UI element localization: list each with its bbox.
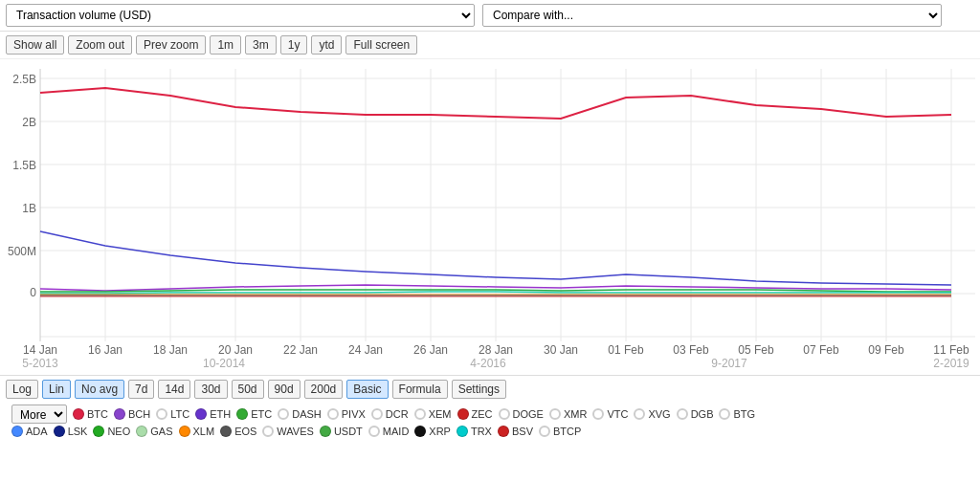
svg-text:14 Jan: 14 Jan — [23, 343, 57, 357]
btg-icon — [719, 408, 730, 420]
bch-icon — [114, 408, 125, 420]
svg-text:03 Feb: 03 Feb — [673, 343, 709, 357]
svg-text:18 Jan: 18 Jan — [153, 343, 188, 357]
7d-button[interactable]: 7d — [128, 380, 154, 399]
xrp-icon — [414, 426, 426, 437]
svg-text:10-2014: 10-2014 — [203, 357, 245, 370]
svg-text:2B: 2B — [22, 116, 36, 129]
legend-row-2: ADA LSK NEO GAS XLM EOS — [11, 426, 969, 437]
legend-doge: DOGE — [499, 408, 544, 420]
waves-icon — [262, 426, 274, 437]
svg-text:4-2016: 4-2016 — [470, 357, 506, 370]
dcr-icon — [371, 408, 383, 420]
legend-row-1: More BTC BCH LTC ETH ETC — [11, 405, 969, 424]
etc-icon — [236, 408, 248, 420]
pivx-icon — [327, 408, 339, 420]
1y-button[interactable]: 1y — [280, 35, 308, 55]
basic-button[interactable]: Basic — [346, 380, 388, 399]
show-all-button[interactable]: Show all — [6, 35, 64, 55]
30d-button[interactable]: 30d — [194, 380, 227, 399]
legend-ltc: LTC — [156, 408, 189, 420]
eth-icon — [195, 408, 207, 420]
btcp-icon — [539, 426, 550, 437]
prev-zoom-button[interactable]: Prev zoom — [136, 35, 206, 55]
3m-button[interactable]: 3m — [245, 35, 277, 55]
neo-icon — [93, 426, 104, 437]
legend-xmr: XMR — [549, 408, 587, 420]
legend-xem: XEM — [414, 408, 452, 420]
svg-text:2-2019: 2-2019 — [933, 357, 969, 370]
dgb-icon — [677, 408, 688, 420]
svg-text:2.5B: 2.5B — [12, 73, 36, 86]
gas-icon — [136, 426, 147, 437]
dash-icon — [278, 408, 289, 420]
legend-bsv: BSV — [498, 426, 533, 437]
legend-xlm: XLM — [179, 426, 215, 437]
svg-text:20 Jan: 20 Jan — [218, 343, 253, 357]
svg-text:500M: 500M — [8, 245, 36, 258]
svg-text:1.5B: 1.5B — [12, 159, 36, 172]
svg-text:16 Jan: 16 Jan — [88, 343, 122, 357]
legend-usdt: USDT — [320, 426, 363, 437]
legend-xrp: XRP — [414, 426, 451, 437]
legend-xvg: XVG — [634, 408, 670, 420]
bsv-icon — [498, 426, 509, 437]
scale-row: Log Lin No avg 7d 14d 30d 50d 90d 200d B… — [6, 380, 974, 399]
legend-pivx: PIVX — [327, 408, 366, 420]
legend-lsk: LSK — [54, 426, 88, 437]
vtc-icon — [592, 408, 604, 420]
full-screen-button[interactable]: Full screen — [345, 35, 417, 55]
eos-icon — [220, 426, 232, 437]
no-avg-button[interactable]: No avg — [75, 380, 124, 399]
chart-type-select[interactable]: Transaction volume (USD) — [6, 4, 475, 27]
legend-dcr: DCR — [371, 408, 409, 420]
50d-button[interactable]: 50d — [232, 380, 264, 399]
more-select[interactable]: More — [11, 405, 67, 424]
legend-maid: MAID — [368, 426, 410, 437]
lin-button[interactable]: Lin — [42, 380, 71, 399]
svg-text:07 Feb: 07 Feb — [803, 343, 839, 357]
formula-button[interactable]: Formula — [392, 380, 448, 399]
log-button[interactable]: Log — [6, 380, 38, 399]
legend-btc: BTC — [73, 408, 108, 420]
legend-rows: More BTC BCH LTC ETH ETC — [6, 403, 974, 439]
top-bar: Transaction volume (USD) Compare with... — [0, 0, 980, 32]
legend-waves: WAVES — [262, 426, 314, 437]
usdt-icon — [320, 426, 331, 437]
svg-text:22 Jan: 22 Jan — [283, 343, 318, 357]
svg-text:11 Feb: 11 Feb — [933, 343, 969, 357]
legend-etc: ETC — [236, 408, 272, 420]
legend-dgb: DGB — [677, 408, 714, 420]
svg-text:05 Feb: 05 Feb — [738, 343, 774, 357]
trx-icon — [457, 426, 468, 437]
legend-gas: GAS — [136, 426, 172, 437]
90d-button[interactable]: 90d — [268, 380, 301, 399]
legend-trx: TRX — [457, 426, 492, 437]
xlm-icon — [179, 426, 190, 437]
svg-text:0: 0 — [30, 286, 36, 299]
legend-btcp: BTCP — [539, 426, 581, 437]
legend-ada: ADA — [11, 426, 48, 437]
14d-button[interactable]: 14d — [158, 380, 190, 399]
1m-button[interactable]: 1m — [210, 35, 241, 55]
settings-button[interactable]: Settings — [452, 380, 506, 399]
chart-area: 2.5B 2B 1.5B 1B 500M 0 14 Jan 16 Jan 18 … — [0, 59, 980, 375]
legend-dash: DASH — [278, 408, 322, 420]
svg-text:26 Jan: 26 Jan — [413, 343, 448, 357]
svg-text:24 Jan: 24 Jan — [348, 343, 383, 357]
maid-icon — [368, 426, 380, 437]
svg-text:30 Jan: 30 Jan — [544, 343, 578, 357]
200d-button[interactable]: 200d — [304, 380, 344, 399]
ytd-button[interactable]: ytd — [311, 35, 342, 55]
svg-text:01 Feb: 01 Feb — [608, 343, 644, 357]
legend-eth: ETH — [195, 408, 231, 420]
btc-icon — [73, 408, 84, 420]
xmr-icon — [549, 408, 561, 420]
compare-select[interactable]: Compare with... — [482, 4, 942, 27]
svg-text:09 Feb: 09 Feb — [868, 343, 904, 357]
legend-btg: BTG — [719, 408, 755, 420]
ltc-icon — [156, 408, 167, 420]
legend-bch: BCH — [114, 408, 150, 420]
svg-text:9-2017: 9-2017 — [711, 357, 747, 370]
zoom-out-button[interactable]: Zoom out — [68, 35, 132, 55]
